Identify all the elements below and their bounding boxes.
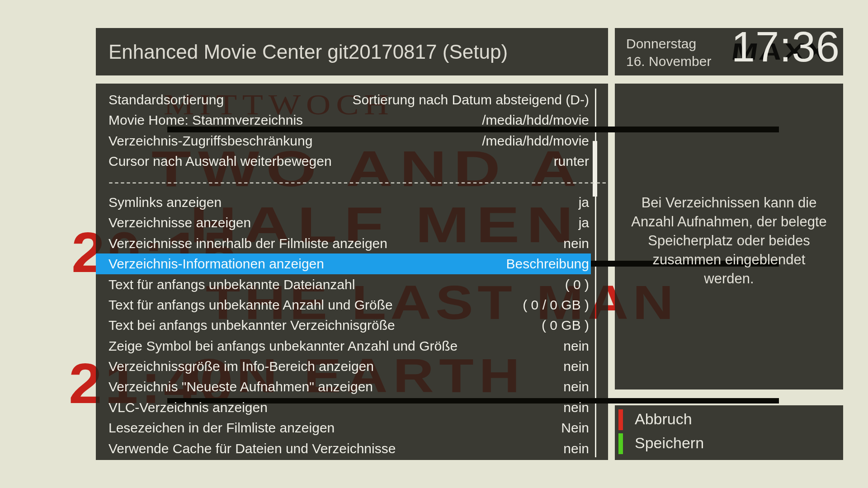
action-label: Speichern: [635, 434, 704, 452]
settings-row[interactable]: Verzeichnisse innerhalb der Filmliste an…: [96, 233, 608, 253]
setting-label: Verzeichnis-Zugriffsbeschränkung: [108, 131, 312, 151]
settings-row[interactable]: VLC-Verzeichnis anzeigennein: [96, 397, 608, 418]
settings-row[interactable]: StandardsortierungSortierung nach Datum …: [96, 89, 608, 110]
setting-value: Beschreibung: [506, 253, 589, 274]
action-button-speichern[interactable]: Speichern: [615, 432, 843, 455]
setting-value: ( 0 GB ): [542, 315, 589, 335]
setting-label: Verzeichnissgröße im Info-Bereich anzeig…: [108, 356, 374, 376]
setting-value: Nein: [561, 418, 589, 438]
action-label: Abbruch: [635, 410, 692, 428]
setting-label: Zeige Symbol bei anfangs unbekannter Anz…: [108, 336, 458, 356]
setting-value: ja: [579, 192, 589, 212]
setting-label: Verzeichnis-Informationen anzeigen: [108, 253, 324, 274]
setting-value: nein: [563, 397, 589, 418]
setting-label: Lesezeichen in der Filmliste anzeigen: [108, 418, 335, 438]
settings-row[interactable]: Text bei anfangs unbekannter Verzeichnis…: [96, 315, 608, 335]
settings-row[interactable]: Lesezeichen in der Filmliste anzeigenNei…: [96, 418, 608, 438]
setting-value: nein: [563, 438, 589, 459]
settings-row[interactable]: Verzeichnis "Neueste Aufnahmen" anzeigen…: [96, 376, 608, 397]
setting-label: Text bei anfangs unbekannter Verzeichnis…: [108, 315, 395, 335]
settings-row[interactable]: Verzeichnissgröße im Info-Bereich anzeig…: [96, 356, 608, 376]
setting-label: VLC-Verzeichnis anzeigen: [108, 397, 268, 418]
setting-label: Verwende Cache für Dateien und Verzeichn…: [108, 438, 396, 459]
action-button-abbruch[interactable]: Abbruch: [615, 408, 843, 432]
action-color-bar: [618, 409, 623, 430]
settings-row[interactable]: Verzeichnis-Zugriffsbeschränkung/media/h…: [96, 131, 608, 151]
setting-value: runter: [554, 151, 589, 171]
action-color-bar: [618, 433, 623, 454]
setting-label: Cursor nach Auswahl weiterbewegen: [108, 151, 332, 171]
settings-row[interactable]: Symlinks anzeigenja: [96, 192, 608, 212]
clock-time: 17:36: [696, 26, 840, 68]
setting-label: Text für anfangs unbekannte Anzahl und G…: [108, 295, 393, 315]
setting-label: Standardsortierung: [108, 89, 224, 110]
setting-label: Text für anfangs unbekannte Dateianzahl: [108, 274, 355, 295]
setting-value: /media/hdd/movie: [482, 110, 589, 130]
settings-row[interactable]: Verzeichnisse anzeigenja: [96, 212, 608, 233]
setting-value: nein: [563, 376, 589, 397]
settings-row[interactable]: Movie Home: Stammverzeichnis/media/hdd/m…: [96, 110, 608, 130]
setting-value: nein: [563, 233, 589, 253]
setting-label: Movie Home: Stammverzeichnis: [108, 110, 303, 130]
setting-label: Symlinks anzeigen: [108, 192, 222, 212]
settings-row[interactable]: Verwende Cache für Dateien und Verzeichn…: [96, 438, 608, 459]
clock-weekday: Donnerstag: [626, 36, 696, 52]
emc-setup-screen: MITTWOCH TWO AND A HALF MEN THE LAST MAN…: [0, 0, 868, 488]
setting-value: ja: [579, 212, 589, 233]
settings-row[interactable]: Verzeichnis-Informationen anzeigenBeschr…: [96, 253, 608, 274]
setting-value: nein: [563, 356, 589, 376]
setting-value: ( 0 / 0 GB ): [523, 295, 589, 315]
action-buttons: AbbruchSpeichern: [615, 408, 843, 456]
setting-label: Verzeichnisse innerhalb der Filmliste an…: [108, 233, 387, 253]
content-layer: Enhanced Movie Center git20170817 (Setup…: [0, 0, 868, 488]
page-title: Enhanced Movie Center git20170817 (Setup…: [108, 28, 508, 75]
setting-value: /media/hdd/movie: [482, 131, 589, 151]
setting-label: ----------------------------------------…: [108, 172, 608, 192]
settings-row[interactable]: Cursor nach Auswahl weiterbewegenrunter: [96, 151, 608, 171]
setting-description-text: Bei Verzeichnissen kann die Anzahl Aufna…: [615, 193, 843, 288]
settings-row[interactable]: Text für anfangs unbekannte Dateianzahl(…: [96, 274, 608, 295]
settings-row[interactable]: Zeige Symbol bei anfangs unbekannter Anz…: [96, 336, 608, 356]
setting-label: Verzeichnis "Neueste Aufnahmen" anzeigen: [108, 376, 373, 397]
setting-value: nein: [563, 336, 589, 356]
settings-separator-row[interactable]: ----------------------------------------…: [96, 172, 608, 192]
settings-row[interactable]: Text für anfangs unbekannte Anzahl und G…: [96, 295, 608, 315]
setting-value: Sortierung nach Datum absteigend (D-): [352, 89, 589, 110]
setting-value: ( 0 ): [565, 274, 589, 295]
setting-label: Verzeichnisse anzeigen: [108, 212, 251, 233]
settings-list: StandardsortierungSortierung nach Datum …: [96, 89, 608, 459]
